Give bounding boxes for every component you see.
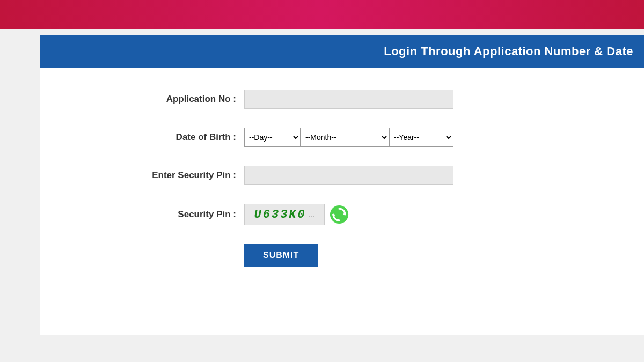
top-bar [0,0,644,29]
security-pin-label: Security Pin : [40,209,244,220]
security-pin-display: U633K0 ... [244,204,349,225]
dob-selects: --Day-- 123 456 789 101112 131415 161718… [244,128,453,147]
captcha-text: U633K0 [254,208,306,221]
month-select[interactable]: --Month-- JanuaryFebruary MarchApril May… [301,128,389,147]
enter-security-pin-row: Enter Security Pin : [40,166,644,185]
day-select[interactable]: --Day-- 123 456 789 101112 131415 161718… [244,128,301,147]
application-no-input[interactable] [244,90,453,109]
application-no-row: Application No : [40,90,644,109]
main-container: Login Through Application Number & Date … [40,35,644,335]
application-no-label: Application No : [40,94,244,105]
security-pin-row: Security Pin : U633K0 ... [40,204,644,225]
refresh-icon [330,205,349,224]
date-of-birth-label: Date of Birth : [40,132,244,143]
date-of-birth-row: Date of Birth : --Day-- 123 456 789 1011… [40,128,644,147]
form-header: Login Through Application Number & Date [40,35,644,68]
security-pin-input[interactable] [244,166,453,185]
refresh-captcha-button[interactable] [329,204,349,225]
submit-row: SUBMIT [40,244,644,267]
submit-button[interactable]: SUBMIT [244,244,318,267]
year-select[interactable]: --Year-- 202420232022 200520001999 19951… [389,128,453,147]
form-title: Login Through Application Number & Date [384,45,633,58]
captcha-dots: ... [309,210,315,219]
form-body: Application No : Date of Birth : --Day--… [40,68,644,288]
enter-security-pin-label: Enter Security Pin : [40,170,244,181]
captcha-box: U633K0 ... [244,204,325,225]
